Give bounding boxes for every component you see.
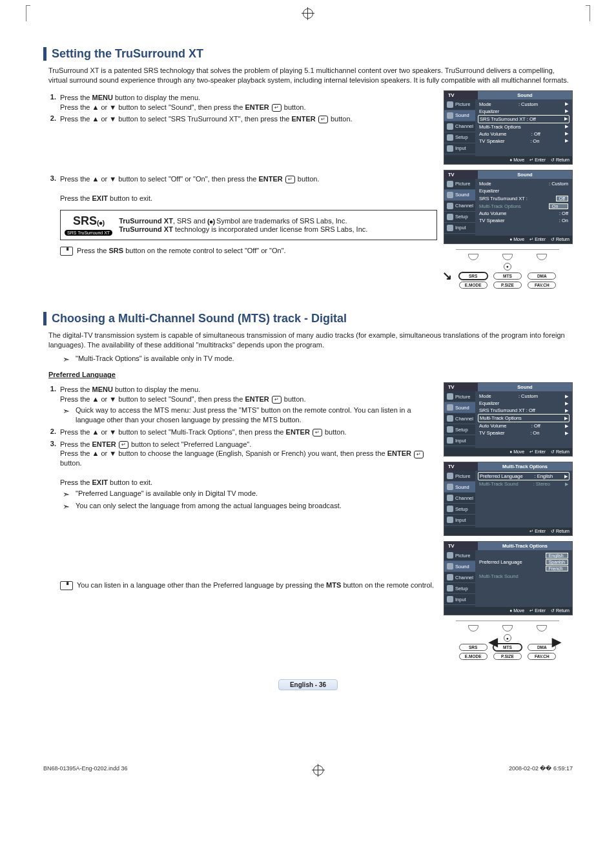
step-text: Press the ▲ or ▼ button to select "Multi… xyxy=(60,427,437,437)
enter-icon xyxy=(414,451,424,458)
osd-mto-menu: TVMulti-Track Options Picture Sound Chan… xyxy=(444,462,573,536)
plane-icon xyxy=(60,489,72,500)
srs-dot-icon xyxy=(97,219,104,227)
section1-title: Setting the TruSurround XT xyxy=(43,47,573,61)
osd-sound-menu-mto: TVSound Picture Sound Channel Setup Inpu… xyxy=(444,382,573,457)
plane-icon xyxy=(60,501,72,513)
section1-intro: TruSurround XT is a patented SRS technol… xyxy=(48,66,573,85)
step-text: Press the MENU button to display the men… xyxy=(60,385,437,424)
plane-icon xyxy=(60,354,72,364)
remote-tip: You can listen in a language other than … xyxy=(60,581,437,590)
enter-icon xyxy=(318,116,328,123)
step-number: 3. xyxy=(43,440,56,513)
step-number: 3. xyxy=(43,174,56,203)
enter-icon xyxy=(285,176,295,183)
enter-icon xyxy=(272,104,282,112)
step-text: Press the ENTER button to select "Prefer… xyxy=(60,440,437,513)
srs-dot-icon xyxy=(207,218,214,225)
step-text: Press the ▲ or ▼ button to select "Off" … xyxy=(60,174,437,203)
page-number-badge: English - 36 xyxy=(278,679,338,690)
remote-control-icon xyxy=(60,581,73,590)
step-text: Press the MENU button to display the men… xyxy=(60,93,437,112)
osd-language-options: TVMulti-Track Options Picture Sound Chan… xyxy=(444,541,573,615)
step-number: 1. xyxy=(43,385,56,424)
enter-icon xyxy=(313,429,322,436)
section2-note: "Multi-Track Options" is available only … xyxy=(60,354,573,364)
remote-illustration: ↘ ● SRS MTS DMA E.MODE P.SIZE FAV.CH xyxy=(444,249,571,289)
crop-target-icon xyxy=(313,765,323,775)
enter-icon xyxy=(119,441,128,449)
step-number: 1. xyxy=(43,93,56,112)
crop-target-icon xyxy=(303,8,313,19)
step-text: Press the ▲ or ▼ button to select "SRS T… xyxy=(60,114,437,124)
section2-intro: The digital-TV transmission system is ca… xyxy=(48,331,573,350)
plane-icon xyxy=(60,406,72,417)
print-footer: BN68-01395A-Eng-0202.indd 36 2008-02-02 … xyxy=(43,765,573,775)
remote-illustration: ◀ ▶ ● SRS MTS DMA E.MODE P.SIZE FAV.CH xyxy=(444,621,571,660)
osd-sound-menu: TVSound Picture Sound Channel Setup Inpu… xyxy=(444,90,573,165)
enter-icon xyxy=(272,396,282,404)
step-number: 2. xyxy=(43,114,56,124)
remote-control-icon xyxy=(60,247,73,256)
section2-title: Choosing a Multi-Channel Sound (MTS) tra… xyxy=(43,312,573,325)
osd-srs-options: TVSound Picture Sound Channel Setup Inpu… xyxy=(444,170,573,244)
remote-tip: Press the SRS button on the remote contr… xyxy=(60,247,437,256)
preferred-language-header: Preferred Language xyxy=(48,371,573,378)
step-number: 2. xyxy=(43,427,56,437)
srs-trademark-box: SRS SRS TruSurround XT TruSurround XT, S… xyxy=(60,210,437,240)
